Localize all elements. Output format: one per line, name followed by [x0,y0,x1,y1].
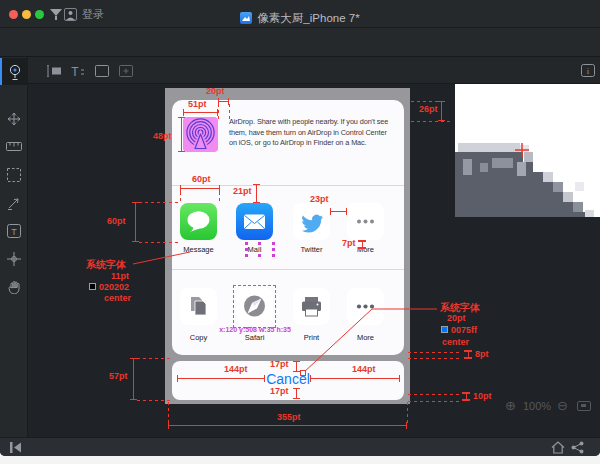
guide-line [137,358,171,359]
guide-line [408,401,460,402]
measure-sheet-width-label: 355pt [277,413,301,423]
pixel-block [573,202,583,212]
safari-selection-box [233,285,276,328]
home-icon[interactable] [551,441,565,454]
app-label-message[interactable]: Message [173,246,224,254]
zoom-out-icon[interactable]: ⊖ [557,399,568,412]
ruler-tool[interactable] [0,133,28,160]
pixel-block [520,145,529,152]
guide-line [139,202,179,203]
guide-line [218,104,219,120]
share-icon[interactable] [571,441,584,454]
guide-line [229,104,230,120]
guide-line [408,358,462,359]
app-label-more2[interactable]: More [340,334,391,342]
measure-cancel-bottom [296,388,297,399]
font-note-left-align: center [104,294,131,304]
measure-airdrop-width [183,112,218,113]
smart-measure-tool[interactable] [0,58,28,85]
measure-cell-width [180,188,220,189]
sheet-divider [172,269,404,270]
measure-sheet-width [168,425,407,426]
marquee-tool[interactable] [0,161,28,188]
ibeam-icon [464,350,472,359]
region-markup-icon[interactable] [94,63,109,78]
guide-line [411,121,451,122]
measure-more-gap-label: 23pt [310,195,329,205]
spacing-markup-icon[interactable] [46,63,61,78]
measure-cancel-right-label: 144pt [352,365,376,375]
measure-mail-top [256,184,257,203]
selection-coordinates: x:120 y:508 w:35 h:35 [205,326,305,333]
canvas-toolbar: T i [28,57,600,84]
magnifier-panel [455,84,600,217]
mail-label-selection-handles [245,242,275,257]
measure-cancel-left [177,378,265,379]
app-file-icon [240,12,252,24]
font-note-right-swatch [441,326,448,333]
pixel-block [463,159,472,175]
measure-cancel-right [310,378,400,379]
title-bar: 登录 像素大厨_iPhone 7* [0,0,600,28]
airdrop-description: AirDrop. Share with people nearby. If yo… [229,117,394,149]
more-app-icon[interactable] [347,203,384,240]
info-icon[interactable]: i [580,63,595,78]
pixel-block [585,210,594,217]
font-note-right-size: 20pt [447,314,466,324]
measure-gap10-label: 10pt [473,392,492,402]
measure-row-height [135,202,136,242]
collapse-sidebar-icon[interactable] [10,442,22,453]
measure-airdrop-height [181,117,182,152]
app-window: 登录 像素大厨_iPhone 7* ↺ ↻ px dp pt 设计图: @1x … [0,0,600,456]
pixel-block [563,192,573,202]
svg-text:T: T [11,226,17,236]
pixel-block [575,182,584,191]
app-label-print[interactable]: Print [286,334,337,342]
hand-tool[interactable] [0,273,28,300]
measure-label-gap-label: 7pt [342,239,356,249]
window-title-group: 像素大厨_iPhone 7* [0,8,600,26]
more-action-icon[interactable] [347,288,384,325]
message-app-icon[interactable] [180,203,217,240]
print-action-icon[interactable] [293,288,330,325]
measure-row-height-label: 60pt [107,217,126,227]
picker-tool[interactable] [0,189,28,216]
measure-airdrop-width-label: 51pt [188,100,207,110]
font-note-right-title: 系统字体 [440,302,480,313]
text-tool[interactable]: T [0,217,28,244]
twitter-app-icon[interactable] [293,203,330,240]
pixel-block [553,182,563,192]
measure-airdrop-height-label: 48pt [153,132,172,142]
pixel-block [480,163,488,172]
app-label-twitter[interactable]: Twitter [286,246,337,254]
fit-screen-icon[interactable] [577,401,591,411]
guide-line [168,402,169,425]
font-note-right-align: center [442,338,469,348]
window-title: 像素大厨_iPhone 7* [257,12,359,24]
add-board-icon[interactable] [118,63,133,78]
sheet-divider [172,185,404,186]
tool-sidebar: T [0,57,28,437]
app-label-safari[interactable]: Safari [229,334,280,342]
text-style-icon[interactable]: T [70,63,85,78]
font-note-left-color: 020202 [99,283,129,293]
guide-line [408,394,460,395]
measure-cancel-bottom-label: 17pt [270,387,289,397]
guide-line [408,352,462,353]
copy-action-icon[interactable] [180,288,217,325]
zoom-in-icon[interactable]: ⊕ [505,399,516,412]
font-note-left-title: 系统字体 [86,259,126,270]
measure-top-gap-label: 20pt [206,87,225,97]
zoom-level: 100% [523,401,551,412]
status-bar [0,437,600,456]
measure-cell-width-label: 60pt [192,175,211,185]
pixel-block [458,143,520,152]
measure-more-gap [330,211,347,212]
app-label-copy[interactable]: Copy [173,334,224,342]
measure-mail-top-label: 21pt [233,187,252,197]
airdrop-icon[interactable] [183,117,218,152]
mail-app-icon[interactable] [236,203,273,240]
move-tool[interactable] [0,105,28,132]
measure-top-gap [218,101,229,102]
crosshair-tool[interactable] [0,245,28,272]
